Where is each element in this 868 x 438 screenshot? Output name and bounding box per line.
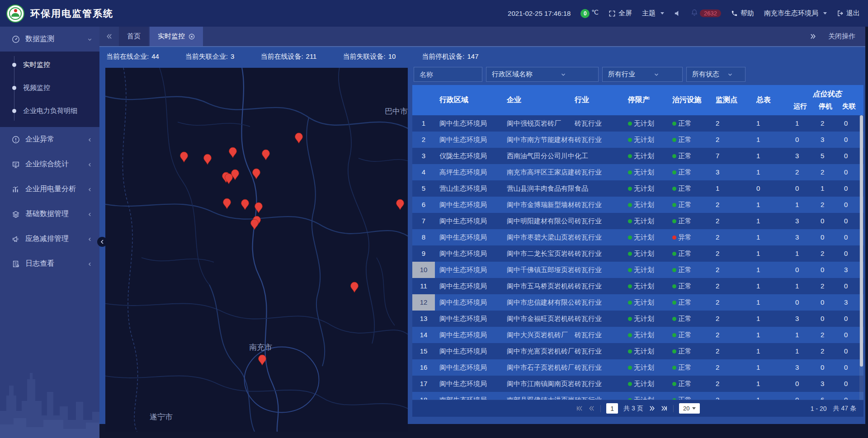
name-filter-input[interactable]: [414, 67, 482, 82]
sidebar-item-enterprise-abnormal[interactable]: 企业异常: [0, 127, 99, 152]
sidebar-item-realtime-monitoring[interactable]: 实时监控: [0, 53, 99, 76]
org-dropdown[interactable]: 南充市生态环境局: [764, 9, 827, 18]
table-row[interactable]: 10阆中生态环境局阆中千佛镇五郎垭页岩砖瓦行业无计划正常21003: [412, 262, 863, 278]
table-row[interactable]: 17阆中生态环境局阆中市江南镇阆南页岩砖瓦行业无计划正常21030: [412, 376, 863, 392]
cell-meter: 0: [755, 180, 791, 197]
sidebar-submenu: 实时监控视频监控企业电力负荷明细: [0, 52, 99, 127]
sidebar-item-label: 实时监控: [23, 61, 50, 69]
page-number-input[interactable]: 1: [606, 403, 618, 414]
sidebar-item-log-view[interactable]: 日志查看: [0, 251, 99, 276]
table-row[interactable]: 7阆中生态环境局阆中明阳建材有限公司砖瓦行业无计划正常21300: [412, 213, 863, 229]
mute-speaker-icon[interactable]: [674, 10, 681, 17]
sidebar-item-enterprise-statistics[interactable]: 企业综合统计: [0, 152, 99, 177]
first-page-button[interactable]: [576, 405, 583, 412]
sidebar-item-label: 企业异常: [25, 135, 87, 144]
cell-halt: 0: [815, 213, 840, 229]
cell-points: 2: [714, 278, 755, 294]
cell-company: 阆中市南方节能建材有: [505, 132, 574, 148]
row-index: 17: [412, 376, 435, 392]
table-row[interactable]: 16阆中生态环境局阆中市石子页岩机砖厂砖瓦行业无计划正常21300: [412, 359, 863, 376]
map-pin[interactable]: [180, 152, 188, 162]
cell-run: 3: [791, 148, 815, 164]
table-row[interactable]: 2阆中生态环境局阆中市南方节能建材有砖瓦行业无计划正常21030: [412, 132, 863, 148]
map-pin[interactable]: [229, 147, 237, 158]
table-row[interactable]: 8阆中生态环境局阆中市枣碧大梁山页岩砖瓦行业无计划异常21300: [412, 229, 863, 245]
stat-item-2: 当前在线设备:211: [260, 52, 316, 61]
map-pin[interactable]: [253, 169, 260, 179]
map-pin[interactable]: [204, 154, 212, 165]
table-row[interactable]: 18南部生态环境局南部县双佛镇太洪页岩砖瓦行业无计划正常21060: [412, 392, 863, 400]
temperature: 0 ℃: [580, 9, 599, 18]
sidebar-item-base-data[interactable]: 基础数据管理: [0, 202, 99, 226]
map-pin[interactable]: [295, 133, 303, 143]
cell-halt: 0: [815, 311, 840, 327]
sidebar-item-data-monitoring[interactable]: 数据监测: [0, 27, 99, 52]
region-filter-select[interactable]: 行政区域名称: [486, 67, 599, 82]
megaphone-icon: [12, 235, 20, 243]
table-row[interactable]: 3仪陇生态环境局西南油气田分公司川中化工无计划正常71350: [412, 148, 863, 164]
status-dot-green-icon: [672, 252, 676, 256]
close-operations-button[interactable]: 关闭操作: [828, 32, 855, 41]
theme-dropdown[interactable]: 主题: [642, 9, 664, 18]
sidebar-item-emergency-reduction[interactable]: 应急减排管理: [0, 226, 99, 251]
sidebar-item-video-monitoring[interactable]: 视频监控: [0, 76, 99, 99]
cell-region: 阆中生态环境局: [435, 376, 505, 392]
stat-value: 3: [231, 52, 234, 60]
tab-realtime[interactable]: 实时监控: [150, 27, 203, 46]
cell-facility: 正常: [669, 148, 714, 164]
map-pin[interactable]: [223, 198, 231, 209]
industry-filter-select[interactable]: 所有行业: [602, 67, 683, 82]
help-button[interactable]: 帮助: [731, 9, 754, 18]
sidebar-item-power-load-detail[interactable]: 企业电力负荷明细: [0, 99, 99, 122]
last-page-button[interactable]: [661, 405, 668, 412]
bullet-icon: [12, 63, 16, 67]
table-row[interactable]: 13阆中生态环境局阆中市金福旺页岩机砖砖瓦行业无计划正常21300: [412, 311, 863, 327]
fullscreen-button[interactable]: 全屏: [609, 9, 632, 18]
tab-scroll-right-icon[interactable]: [810, 33, 816, 40]
map-pin[interactable]: [262, 150, 270, 160]
status-dot-green-icon: [672, 187, 676, 191]
table-row[interactable]: 12阆中生态环境局阆中市忠信建材有限公砖瓦行业无计划正常21003: [412, 294, 863, 311]
table-row[interactable]: 9阆中生态环境局阆中市二龙长宝页岩砖砖瓦行业无计划正常21120: [412, 245, 863, 262]
row-index: 11: [412, 278, 435, 294]
sidebar-item-label: 企业综合统计: [25, 160, 87, 169]
cell-halt: 0: [815, 262, 840, 278]
table-row[interactable]: 11阆中生态环境局阆中市五马桥页岩机砖砖瓦行业无计划正常21120: [412, 278, 863, 294]
cell-halt: 3: [815, 132, 840, 148]
sidebar-collapse-button[interactable]: [97, 237, 107, 247]
table-row[interactable]: 4高坪生态环境局南充市高坪区王家店建砖瓦行业无计划正常31220: [412, 164, 863, 180]
table-row[interactable]: 1阆中生态环境局阆中强锐页岩砖厂砖瓦行业无计划正常21120: [412, 115, 863, 132]
stats-bar: 当前在线企业:44当前失联企业:3当前在线设备:211当前失联设备:10当前停机…: [99, 47, 865, 66]
map-pin[interactable]: [251, 219, 259, 230]
cell-region: 阆中生态环境局: [435, 311, 505, 327]
map-pin[interactable]: [351, 282, 359, 292]
table-row[interactable]: 15阆中生态环境局阆中市光富页岩机砖厂砖瓦行业无计划正常21120: [412, 343, 863, 359]
map-pin[interactable]: [259, 355, 266, 365]
prev-page-button[interactable]: [588, 405, 595, 412]
table-row[interactable]: 6阆中生态环境局阆中市金博瑞新型墙材砖瓦行业无计划正常21120: [412, 197, 863, 213]
table-scrollbar[interactable]: [859, 115, 863, 400]
page-size-select[interactable]: 20: [679, 403, 700, 414]
logout-button[interactable]: 退出: [837, 9, 860, 18]
map-pin[interactable]: [396, 199, 404, 210]
sidebar-item-power-analysis[interactable]: 企业用电量分析: [0, 177, 99, 202]
tab-home[interactable]: 首页: [119, 27, 149, 46]
cell-halt: 0: [815, 229, 840, 245]
map-panel[interactable]: 巴中市南充市遂宁市: [105, 68, 408, 432]
stat-label: 当前失联设备:: [343, 52, 385, 60]
fullscreen-icon: [609, 10, 616, 17]
cell-company: 阆中强锐页岩砖厂: [505, 115, 574, 132]
status-filter-select[interactable]: 所有状态: [686, 67, 745, 82]
cell-points: 2: [714, 213, 755, 229]
tab-close-icon[interactable]: [189, 33, 195, 40]
table-row[interactable]: 5营山生态环境局营山县润丰肉食品有限食品无计划正常10010: [412, 180, 863, 197]
tab-scroll-left-icon[interactable]: [99, 33, 119, 40]
table-row[interactable]: 14阆中生态环境局阆中大兴页岩机砖厂砖瓦行业无计划正常21120: [412, 327, 863, 343]
next-page-button[interactable]: [649, 405, 656, 412]
notification-bell[interactable]: 2632: [691, 9, 721, 18]
scrollbar-thumb[interactable]: [860, 115, 863, 367]
cell-industry: 砖瓦行业: [574, 392, 622, 400]
stat-label: 当前在线企业:: [106, 52, 149, 60]
map-pin[interactable]: [241, 199, 249, 210]
row-index: 13: [412, 311, 435, 327]
